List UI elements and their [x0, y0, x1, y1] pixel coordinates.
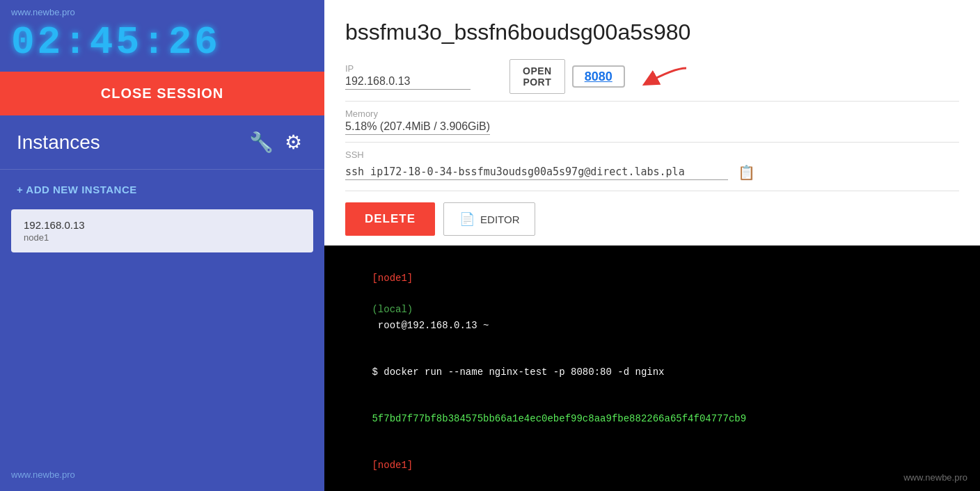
ip-row: IP 192.168.0.13 OPEN PORT 8080 — [345, 59, 959, 102]
terminal-watermark: www.newbe.pro — [903, 472, 967, 483]
instance-name: node1 — [24, 232, 301, 243]
memory-section: Memory 5.18% (207.4MiB / 3.906GiB) — [345, 108, 490, 135]
instances-title: Instances — [17, 131, 244, 154]
wrench-icon: 🔧 — [249, 131, 274, 154]
port-value[interactable]: 8080 — [572, 65, 625, 88]
instance-ip: 192.168.0.13 — [24, 219, 301, 231]
ip-section: IP 192.168.0.13 — [345, 63, 471, 90]
action-row: DELETE 📄 EDITOR — [345, 191, 959, 246]
terminal-line-1: [node1] (local) root@192.168.0.13 ~ — [337, 255, 967, 348]
ssh-label: SSH — [345, 150, 758, 160]
add-instance-button[interactable]: + ADD NEW INSTANCE — [0, 170, 324, 204]
instance-item[interactable]: 192.168.0.13 node1 — [11, 209, 313, 252]
term-prompt-red-2: [node1] — [372, 460, 413, 471]
memory-label: Memory — [345, 108, 490, 119]
memory-value: 5.18% (207.4MiB / 3.906GiB) — [345, 120, 490, 135]
sidebar: www.newbe.pro 02:45:26 CLOSE SESSION Ins… — [0, 0, 324, 491]
ip-value: 192.168.0.13 — [345, 75, 471, 90]
wrench-button[interactable]: 🔧 — [244, 128, 279, 156]
port-arrow-container: 8080 — [572, 70, 625, 84]
ssh-section: SSH ssh ip172-18-0-34-bssfmu3oudsg00a5s9… — [345, 150, 758, 184]
settings-button[interactable]: ⚙ — [279, 128, 308, 156]
term-hash: 5f7bd7f77bf8b384575bb66a1e4ec0ebef99c8aa… — [372, 413, 746, 424]
detail-section: bssfmu3o_bssfn6boudsg00a5s980 IP 192.168… — [324, 0, 980, 246]
terminal-line-3: 5f7bd7f77bf8b384575bb66a1e4ec0ebef99c8aa… — [337, 396, 967, 442]
editor-icon: 📄 — [459, 211, 475, 227]
editor-label: EDITOR — [480, 214, 519, 225]
open-port-button[interactable]: OPEN PORT — [509, 59, 565, 94]
instance-heading: bssfmu3o_bssfn6boudsg00a5s980 — [345, 19, 959, 45]
delete-button[interactable]: DELETE — [345, 202, 435, 236]
term-space-2 — [372, 475, 377, 486]
watermark-bottom: www.newbe.pro — [11, 469, 75, 480]
terminal-line-2: $ docker run --name nginx-test -p 8080:8… — [337, 348, 967, 395]
watermark-top: www.newbe.pro — [11, 7, 75, 17]
ssh-value: ssh ip172-18-0-34-bssfmu3oudsg00a5s97g@d… — [345, 166, 728, 180]
term-prompt-green-1: (local) — [372, 304, 413, 315]
red-arrow-icon — [632, 64, 688, 89]
term-rest-1: root@192.168.0.13 ~ — [372, 320, 489, 331]
memory-row: Memory 5.18% (207.4MiB / 3.906GiB) — [345, 102, 959, 143]
terminal[interactable]: [node1] (local) root@192.168.0.13 ~ $ do… — [324, 246, 980, 491]
editor-button[interactable]: 📄 EDITOR — [443, 202, 535, 236]
term-prompt-red-1: [node1] — [372, 273, 413, 284]
terminal-line-4: [node1] (local) root@192.168.0.13 ~ — [337, 442, 967, 491]
gear-icon: ⚙ — [285, 131, 302, 154]
clock-display: 02:45:26 — [11, 19, 221, 69]
ssh-row: SSH ssh ip172-18-0-34-bssfmu3oudsg00a5s9… — [345, 143, 959, 191]
instance-list: 192.168.0.13 node1 — [0, 204, 324, 261]
ip-label: IP — [345, 63, 471, 74]
term-cmd-1: $ docker run --name nginx-test -p 8080:8… — [372, 367, 664, 378]
term-space-1 — [372, 289, 377, 300]
sidebar-top-bar: www.newbe.pro 02:45:26 — [0, 0, 324, 72]
copy-icon: 📋 — [738, 165, 755, 180]
port-block: OPEN PORT 8080 — [509, 59, 625, 94]
instances-header: Instances 🔧 ⚙ — [0, 115, 324, 170]
copy-ssh-button[interactable]: 📋 — [735, 161, 758, 184]
close-session-button[interactable]: CLOSE SESSION — [0, 72, 324, 115]
main-panel: bssfmu3o_bssfn6boudsg00a5s980 IP 192.168… — [324, 0, 980, 491]
info-grid: IP 192.168.0.13 OPEN PORT 8080 — [345, 59, 959, 191]
